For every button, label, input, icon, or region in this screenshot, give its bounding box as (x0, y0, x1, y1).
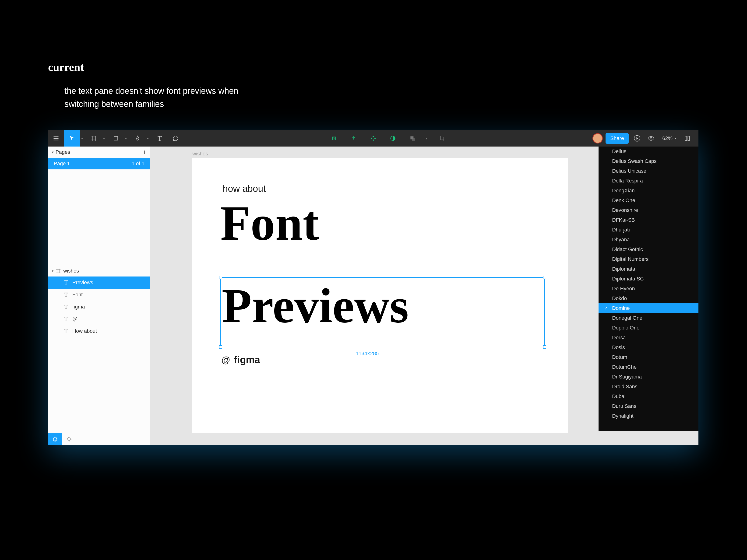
font-option[interactable]: Droid Sans (598, 382, 698, 392)
font-option[interactable]: Devonshire (598, 205, 698, 215)
left-panel: ▾ Pages + Page 1 1 of 1 ▾ wishes TPrevie… (48, 146, 150, 445)
text-layer-icon: T (63, 316, 69, 322)
font-option[interactable]: Didact Gothic (598, 244, 698, 254)
pages-caret-icon: ▾ (52, 150, 54, 155)
selection-handle-br[interactable] (543, 345, 546, 349)
font-option[interactable]: DotumChe (598, 362, 698, 372)
layer-item-label: @ (72, 316, 77, 322)
layer-item[interactable]: THow about (48, 325, 150, 337)
font-option[interactable]: Digital Numbers (598, 254, 698, 264)
avatar[interactable] (592, 133, 603, 143)
toolbar-right: Share 62% ▾ (592, 130, 698, 146)
pen-tool-chevron[interactable]: ▾ (146, 136, 150, 140)
crop-tool[interactable] (434, 130, 450, 146)
assets-tab[interactable] (62, 433, 76, 445)
font-option[interactable]: Dhurjati (598, 225, 698, 235)
layer-item-label: Font (72, 292, 83, 298)
slide-caption: the text pane doesn't show font previews… (65, 84, 344, 111)
svg-rect-0 (114, 136, 118, 140)
font-option[interactable]: Denk One (598, 195, 698, 205)
layer-root[interactable]: ▾ wishes (48, 265, 150, 276)
present-button[interactable] (632, 130, 643, 146)
figma-window: ▾ ▾ ▾ ▾ T (48, 130, 698, 445)
selection-handle-bl[interactable] (219, 345, 222, 349)
font-option[interactable]: Dorsa (598, 333, 698, 343)
move-tool-chevron[interactable]: ▾ (80, 136, 84, 140)
mask-tool[interactable] (385, 130, 401, 146)
text-font[interactable]: Font (221, 195, 319, 251)
frame-tool[interactable] (86, 130, 102, 146)
menu-button[interactable] (48, 130, 64, 146)
font-option[interactable]: Diplomata SC (598, 274, 698, 284)
font-option[interactable]: Della Respira (598, 176, 698, 186)
layer-item[interactable]: TFont (48, 289, 150, 301)
font-option[interactable]: Dhyana (598, 235, 698, 244)
text-howabout[interactable]: how about (223, 183, 266, 194)
selection-dimensions: 1134×285 (356, 350, 379, 356)
font-option[interactable]: Diplomata (598, 264, 698, 274)
frame-tool-chevron[interactable]: ▾ (102, 136, 106, 140)
frame-label[interactable]: wishes (192, 151, 208, 157)
layer-item[interactable]: Tfigma (48, 301, 150, 313)
font-option[interactable]: Dr Sugiyama (598, 372, 698, 382)
layer-item-label: Previews (72, 279, 93, 286)
page-name: Page 1 (54, 161, 70, 167)
font-option[interactable]: Donegal One (598, 313, 698, 323)
font-option[interactable]: Do Hyeon (598, 284, 698, 294)
font-option[interactable]: Dynalight (598, 411, 698, 421)
font-option[interactable]: Dosis (598, 343, 698, 352)
text-previews[interactable]: Previews (221, 278, 544, 334)
panels-button[interactable] (681, 130, 693, 146)
reset-tool[interactable] (346, 130, 362, 146)
layers-tab[interactable] (48, 433, 62, 445)
pages-label: Pages (56, 149, 70, 155)
layer-item[interactable]: TPreviews (48, 276, 150, 289)
font-option[interactable]: Dubai (598, 392, 698, 401)
svg-point-6 (650, 137, 652, 139)
layer-root-label: wishes (63, 268, 79, 274)
alignment-guide-vertical (363, 158, 363, 277)
font-option[interactable]: Dotum (598, 352, 698, 362)
frame-icon (56, 268, 61, 273)
shape-tool-chevron[interactable]: ▾ (124, 136, 128, 140)
selection-handle-tl[interactable] (219, 276, 222, 279)
text-tool[interactable]: T (152, 130, 168, 146)
pen-tool[interactable] (130, 130, 146, 146)
view-button[interactable] (645, 130, 656, 146)
font-option[interactable]: Dokdo (598, 294, 698, 303)
align-tool[interactable] (365, 130, 381, 146)
zoom-level[interactable]: 62% ▾ (660, 135, 679, 141)
boolean-chevron[interactable]: ▾ (424, 136, 428, 140)
font-option[interactable]: Domine (598, 303, 698, 313)
font-option[interactable]: Delius (598, 146, 698, 156)
font-option[interactable]: DengXian (598, 186, 698, 195)
move-tool[interactable] (64, 130, 80, 146)
layer-item-label: How about (72, 328, 97, 334)
layer-item[interactable]: T@ (48, 313, 150, 325)
font-option[interactable]: Delius Swash Caps (598, 156, 698, 166)
add-page-button[interactable]: + (143, 149, 146, 156)
text-at[interactable]: @ (221, 355, 230, 365)
pages-header[interactable]: ▾ Pages + (48, 146, 150, 158)
layer-item-label: figma (72, 304, 85, 310)
artboard[interactable]: how about Font Previews 1134×285 @ figma (192, 158, 568, 433)
share-button[interactable]: Share (606, 133, 629, 144)
text-figma[interactable]: figma (234, 354, 260, 365)
text-layer-icon: T (63, 303, 69, 310)
page-row[interactable]: Page 1 1 of 1 (48, 158, 150, 169)
selection-box[interactable]: Previews (221, 277, 545, 347)
alignment-guide-horizontal (192, 314, 221, 314)
comment-tool[interactable] (168, 130, 183, 146)
shape-tool[interactable] (108, 130, 124, 146)
font-option[interactable]: Doppio One (598, 323, 698, 333)
boolean-tool[interactable] (405, 130, 420, 146)
selection-handle-tr[interactable] (543, 276, 546, 279)
slide-title: current (48, 61, 84, 74)
svg-rect-4 (412, 138, 415, 141)
toolbar: ▾ ▾ ▾ ▾ T (48, 130, 698, 146)
font-family-dropdown[interactable]: DeliusDelius Swash CapsDelius UnicaseDel… (598, 146, 698, 431)
font-option[interactable]: Duru Sans (598, 401, 698, 411)
font-option[interactable]: Delius Unicase (598, 166, 698, 176)
font-option[interactable]: DFKai-SB (598, 215, 698, 225)
component-tool[interactable] (326, 130, 342, 146)
